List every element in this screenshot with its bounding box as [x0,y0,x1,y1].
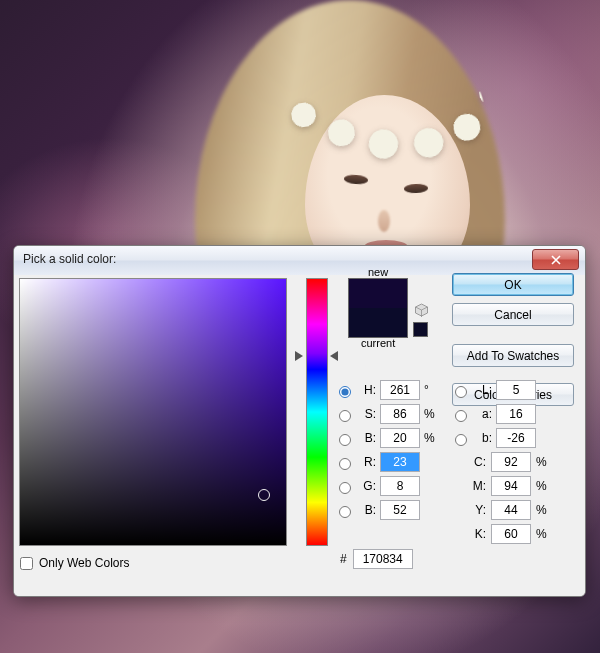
close-button[interactable] [532,249,579,270]
blab-radio[interactable] [455,434,467,446]
l-label: L: [474,383,492,397]
hue-slider-arrow-left [295,351,303,361]
a-label: a: [474,407,492,421]
s-label: S: [358,407,376,421]
hue-slider-arrow-right [330,351,338,361]
l-input[interactable] [496,380,536,400]
blab-input[interactable] [496,428,536,448]
brgb-label: B: [358,503,376,517]
only-web-colors-label: Only Web Colors [39,556,129,570]
titlebar[interactable]: Pick a solid color: [14,246,585,276]
h-radio[interactable] [339,386,351,398]
color-field[interactable] [19,278,287,546]
g-input[interactable] [380,476,420,496]
s-unit: % [424,407,438,421]
h-unit: ° [424,383,438,397]
l-radio[interactable] [455,386,467,398]
preview-new [349,279,407,308]
bval-radio[interactable] [339,434,351,446]
m-input[interactable] [491,476,531,496]
m-unit: % [536,479,550,493]
only-web-colors-row[interactable]: Only Web Colors [20,556,129,570]
cancel-button[interactable]: Cancel [452,303,574,326]
cube-icon[interactable] [414,303,429,318]
color-picker-dialog: Pick a solid color: new current OK Cance… [13,245,586,597]
a-input[interactable] [496,404,536,424]
a-radio[interactable] [455,410,467,422]
r-input[interactable] [380,452,420,472]
brgb-input[interactable] [380,500,420,520]
ok-button[interactable]: OK [452,273,574,296]
dialog-title: Pick a solid color: [23,252,116,266]
color-field-cursor [258,489,270,501]
m-label: M: [470,479,486,493]
g-radio[interactable] [339,482,351,494]
s-radio[interactable] [339,410,351,422]
c-label: C: [470,455,486,469]
hsb-rgb-group: H:° S:% B:% R: G: B: [334,378,438,522]
cmyk-group: C:% M:% Y:% K:% [470,450,550,546]
brgb-radio[interactable] [339,506,351,518]
lab-group: L: a: b: [450,378,536,450]
preview-current [349,308,407,337]
k-label: K: [470,527,486,541]
y-input[interactable] [491,500,531,520]
c-input[interactable] [491,452,531,472]
new-label: new [368,266,388,278]
hex-prefix: # [340,552,347,566]
k-unit: % [536,527,550,541]
hex-row: # [340,549,413,569]
y-label: Y: [470,503,486,517]
color-preview [348,278,408,338]
s-input[interactable] [380,404,420,424]
hue-slider[interactable] [306,278,328,546]
bval-unit: % [424,431,438,445]
add-to-swatches-button[interactable]: Add To Swatches [452,344,574,367]
g-label: G: [358,479,376,493]
only-web-colors-checkbox[interactable] [20,557,33,570]
bval-label: B: [358,431,376,445]
photo-nose [378,210,390,232]
r-label: R: [358,455,376,469]
close-icon [550,255,562,265]
blab-label: b: [474,431,492,445]
bval-input[interactable] [380,428,420,448]
k-input[interactable] [491,524,531,544]
h-input[interactable] [380,380,420,400]
hex-input[interactable] [353,549,413,569]
preview-swatch [348,278,408,338]
current-label: current [361,337,395,349]
h-label: H: [358,383,376,397]
r-radio[interactable] [339,458,351,470]
c-unit: % [536,455,550,469]
dialog-body: new current OK Cancel Add To Swatches Co… [14,275,585,596]
nearest-websafe-swatch[interactable] [413,322,428,337]
y-unit: % [536,503,550,517]
